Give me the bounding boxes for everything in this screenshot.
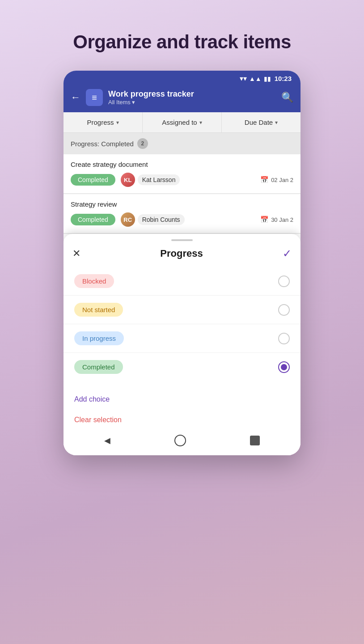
page-headline: Organize and track items <box>73 31 291 53</box>
group-header-label: Progress: Completed <box>71 140 134 148</box>
sheet-options: Blocked Not started In progress Complete… <box>63 267 301 388</box>
radio-not-started[interactable] <box>278 304 290 316</box>
app-icon: ≡ <box>86 89 103 106</box>
option-not-started[interactable]: Not started <box>63 296 301 324</box>
item-title: Strategy review <box>71 200 293 208</box>
sheet-header: ✕ Progress ✓ <box>63 244 301 267</box>
radio-blocked[interactable] <box>278 275 290 287</box>
assignee-name: Kat Larsson <box>138 174 180 185</box>
status-badge: Completed <box>71 174 115 186</box>
group-count-badge: 2 <box>137 138 148 149</box>
back-button[interactable]: ← <box>71 92 80 103</box>
badge-completed: Completed <box>74 360 123 374</box>
option-blocked[interactable]: Blocked <box>63 267 301 296</box>
filter-progress[interactable]: Progress ▾ <box>63 112 143 132</box>
nav-stop-button[interactable] <box>250 436 260 445</box>
sheet-confirm-button[interactable]: ✓ <box>283 247 292 260</box>
phone-frame: ▾▾ ▲▲ ▮▮ 10:23 ← ≡ Work progress tracker… <box>63 71 301 455</box>
avatar: RC <box>121 212 135 227</box>
status-bar: ▾▾ ▲▲ ▮▮ 10:23 <box>63 71 301 85</box>
status-icons: ▾▾ ▲▲ ▮▮ <box>240 74 271 83</box>
sheet-handle <box>63 234 301 244</box>
handle-bar <box>171 239 193 241</box>
item-title: Create strategy document <box>71 161 293 168</box>
due-date: 📅 30 Jan 2 <box>260 216 293 224</box>
status-badge: Completed <box>71 214 115 225</box>
list-item[interactable]: Create strategy document Completed KL Ka… <box>63 154 301 193</box>
clear-selection-button[interactable]: Clear selection <box>63 411 301 428</box>
badge-in-progress: In progress <box>74 331 124 345</box>
chevron-down-icon: ▾ <box>199 119 202 126</box>
items-area: Progress: Completed 2 Create strategy do… <box>63 133 301 234</box>
item-meta: Completed RC Robin Counts 📅 30 Jan 2 <box>71 212 293 227</box>
radio-in-progress[interactable] <box>278 333 290 344</box>
wifi-icon: ▾▾ <box>240 74 247 83</box>
search-button[interactable]: 🔍 <box>281 92 293 103</box>
sheet-title: Progress <box>160 248 203 259</box>
list-item[interactable]: Strategy review Completed RC Robin Count… <box>63 194 301 233</box>
calendar-icon: 📅 <box>260 216 269 224</box>
filter-assigned-to[interactable]: Assigned to ▾ <box>143 112 222 132</box>
due-date: 📅 02 Jan 2 <box>260 176 293 184</box>
calendar-icon: 📅 <box>260 176 269 184</box>
subtitle-chevron-icon: ▾ <box>132 99 135 106</box>
filter-row: Progress ▾ Assigned to ▾ Due Date ▾ <box>63 112 301 133</box>
bottom-sheet: ✕ Progress ✓ Blocked Not started In prog… <box>63 234 301 455</box>
signal-icon: ▲▲ <box>249 75 262 82</box>
filter-due-date[interactable]: Due Date ▾ <box>222 112 301 132</box>
item-meta: Completed KL Kat Larsson 📅 02 Jan 2 <box>71 173 293 187</box>
battery-icon: ▮▮ <box>264 75 271 82</box>
assignee: KL Kat Larsson <box>121 173 180 187</box>
badge-not-started: Not started <box>74 303 123 317</box>
add-choice-button[interactable]: Add choice <box>63 388 301 411</box>
assignee: RC Robin Counts <box>121 212 185 227</box>
status-time: 10:23 <box>275 75 292 82</box>
option-in-progress[interactable]: In progress <box>63 324 301 353</box>
avatar: KL <box>121 173 135 187</box>
app-bar: ← ≡ Work progress tracker All Items ▾ 🔍 <box>63 85 301 112</box>
radio-dot <box>281 364 287 370</box>
app-subtitle: All Items ▾ <box>108 99 276 106</box>
nav-back-button[interactable]: ◀ <box>104 436 110 445</box>
sheet-close-button[interactable]: ✕ <box>72 248 80 259</box>
chevron-down-icon: ▾ <box>275 119 278 126</box>
app-title: Work progress tracker <box>108 89 276 99</box>
nav-home-button[interactable] <box>174 435 186 446</box>
bottom-nav: ◀ <box>63 428 301 455</box>
badge-blocked: Blocked <box>74 274 114 288</box>
option-completed[interactable]: Completed <box>63 353 301 381</box>
group-header: Progress: Completed 2 <box>63 133 301 154</box>
assignee-name: Robin Counts <box>138 214 185 225</box>
radio-completed[interactable] <box>278 361 290 373</box>
app-title-block: Work progress tracker All Items ▾ <box>108 89 276 106</box>
chevron-down-icon: ▾ <box>116 119 119 126</box>
